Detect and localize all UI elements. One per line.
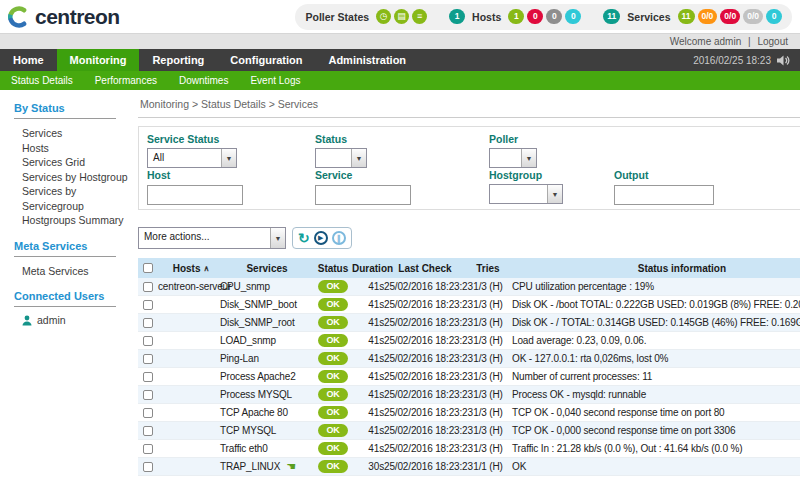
- row-checkbox[interactable]: [143, 390, 153, 400]
- row-checkbox[interactable]: [143, 462, 153, 472]
- subnav-item-performances[interactable]: Performances: [84, 71, 168, 90]
- play-icon[interactable]: ▶: [314, 231, 328, 245]
- logout-link[interactable]: Logout: [757, 36, 788, 47]
- sidebar-item-meta-services[interactable]: Meta Services: [14, 264, 130, 279]
- nav-tab-home[interactable]: Home: [0, 49, 57, 71]
- speaker-icon[interactable]: [777, 55, 790, 66]
- service-name[interactable]: LOAD_snmp: [220, 335, 276, 346]
- row-checkbox[interactable]: [143, 282, 153, 292]
- hosts-total-badge[interactable]: 1: [449, 9, 465, 24]
- nav-tab-administration[interactable]: Administration: [315, 49, 419, 71]
- more-actions-select-top[interactable]: More actions... ▼: [138, 227, 286, 249]
- col-header-last-check[interactable]: Last Check: [384, 263, 466, 274]
- host-status-badge[interactable]: 0: [527, 9, 543, 24]
- service-status-badge[interactable]: 0: [766, 9, 782, 24]
- host-name-cell[interactable]: centreon-serveur: [158, 281, 220, 292]
- status-badge: OK: [318, 334, 347, 347]
- last-check-cell: 25/02/2016 18:23:23: [384, 461, 466, 472]
- service-name[interactable]: Disk_SNMP_boot: [220, 299, 297, 310]
- row-checkbox[interactable]: [143, 408, 153, 418]
- service-status-select[interactable]: All ▼: [147, 148, 237, 168]
- nav-tab-configuration[interactable]: Configuration: [217, 49, 315, 71]
- service-status-badge[interactable]: 0/0: [698, 9, 718, 24]
- service-name-cell[interactable]: TCP Apache 80: [220, 407, 314, 418]
- row-checkbox[interactable]: [143, 372, 153, 382]
- service-name-cell[interactable]: TCP MYSQL: [220, 425, 314, 436]
- host-status-badge[interactable]: 0: [565, 9, 581, 24]
- service-name-cell[interactable]: Ping-Lan: [220, 353, 314, 364]
- subnav-item-status-details[interactable]: Status Details: [0, 71, 84, 90]
- row-checkbox[interactable]: [143, 336, 153, 346]
- row-checkbox[interactable]: [143, 318, 153, 328]
- centreon-logo-icon: [8, 6, 30, 28]
- services-total-badge[interactable]: 11: [603, 9, 620, 24]
- sidebar-item-services[interactable]: Services: [14, 126, 130, 141]
- sidebar-item-services-by-hostgroup[interactable]: Services by Hostgroup: [14, 170, 130, 185]
- hostgroup-select[interactable]: ▼: [489, 184, 563, 204]
- col-header-duration[interactable]: Duration: [352, 263, 384, 274]
- nav-tab-monitoring[interactable]: Monitoring: [57, 49, 140, 71]
- output-input[interactable]: [614, 185, 714, 205]
- service-name[interactable]: Process Apache2: [220, 371, 296, 382]
- tries-cell: 1/3 (H): [466, 317, 510, 328]
- centreon-logo[interactable]: centreon: [8, 5, 120, 29]
- nav-tab-reporting[interactable]: Reporting: [139, 49, 217, 71]
- service-name[interactable]: CPU_snmp: [220, 281, 270, 292]
- service-name-cell[interactable]: Traffic eth0: [220, 443, 314, 454]
- col-header-status-information[interactable]: Status information: [510, 263, 800, 274]
- chevron-down-icon: ▼: [547, 185, 562, 203]
- row-checkbox[interactable]: [143, 426, 153, 436]
- poller-latency-icon[interactable]: ◷: [376, 9, 391, 24]
- service-status-badge[interactable]: 11: [678, 9, 695, 24]
- service-name[interactable]: Traffic eth0: [220, 443, 268, 454]
- status-badge: OK: [318, 298, 347, 311]
- select-all-checkbox[interactable]: [143, 263, 153, 273]
- breadcrumb[interactable]: Monitoring > Status Details > Services: [138, 96, 800, 118]
- clock-text: 2016/02/25 18:23: [693, 55, 771, 66]
- service-name-cell[interactable]: Process Apache2: [220, 371, 314, 382]
- poller-states-icons: ◷▤≡: [376, 9, 427, 24]
- service-name-cell[interactable]: LOAD_snmp: [220, 335, 314, 346]
- service-name-cell[interactable]: Disk_SNMP_root: [220, 317, 314, 328]
- host-status-badge[interactable]: 0: [546, 9, 562, 24]
- col-header-tries[interactable]: Tries: [466, 263, 510, 274]
- service-name[interactable]: Process MYSQL: [220, 389, 292, 400]
- sidebar-item-services-by-servicegroup[interactable]: Services by Servicegroup: [14, 184, 130, 213]
- sidebar-item-hostgroups-summary[interactable]: Hostgroups Summary: [14, 213, 130, 228]
- duration-cell: 41s: [352, 299, 384, 310]
- row-checkbox[interactable]: [143, 444, 153, 454]
- service-name-cell[interactable]: TRAP_LINUX☚: [220, 460, 314, 473]
- service-input[interactable]: [315, 185, 411, 205]
- col-header-hosts[interactable]: Hosts ∧: [158, 263, 220, 274]
- sidebar-item-hosts[interactable]: Hosts: [14, 141, 130, 156]
- service-status-badge[interactable]: 0/0: [743, 9, 763, 24]
- service-name[interactable]: TCP Apache 80: [220, 407, 288, 418]
- service-name-cell[interactable]: Disk_SNMP_boot: [220, 299, 314, 310]
- poller-select[interactable]: ▼: [489, 148, 537, 168]
- service-name[interactable]: TRAP_LINUX: [220, 461, 280, 472]
- row-checkbox[interactable]: [143, 354, 153, 364]
- host-input[interactable]: [147, 185, 243, 205]
- col-header-status[interactable]: Status: [314, 263, 352, 274]
- hostgroup-label: Hostgroup: [489, 169, 563, 181]
- host-status-badge[interactable]: 1: [508, 9, 524, 24]
- row-checkbox[interactable]: [143, 300, 153, 310]
- poller-database-icon[interactable]: ≡: [412, 9, 427, 24]
- sidebar-connected-user[interactable]: admin: [14, 314, 130, 326]
- service-name-cell[interactable]: CPU_snmp: [220, 281, 314, 292]
- table-row: TCP Apache 80OK41s25/02/2016 18:23:231/3…: [138, 404, 800, 422]
- service-name[interactable]: Disk_SNMP_root: [220, 317, 295, 328]
- pause-icon[interactable]: ∥: [332, 231, 346, 245]
- service-status-badge[interactable]: 0/0: [720, 9, 740, 24]
- status-badge: OK: [318, 460, 347, 473]
- service-name[interactable]: TCP MYSQL: [220, 425, 276, 436]
- col-header-services[interactable]: Services: [220, 263, 314, 274]
- sidebar-item-services-grid[interactable]: Services Grid: [14, 155, 130, 170]
- poller-activity-icon[interactable]: ▤: [394, 9, 409, 24]
- subnav-item-event-logs[interactable]: Event Logs: [239, 71, 311, 90]
- subnav-item-downtimes[interactable]: Downtimes: [168, 71, 239, 90]
- status-select[interactable]: ▼: [315, 148, 367, 168]
- service-name-cell[interactable]: Process MYSQL: [220, 389, 314, 400]
- refresh-icon[interactable]: ↻: [298, 231, 310, 245]
- service-name[interactable]: Ping-Lan: [220, 353, 259, 364]
